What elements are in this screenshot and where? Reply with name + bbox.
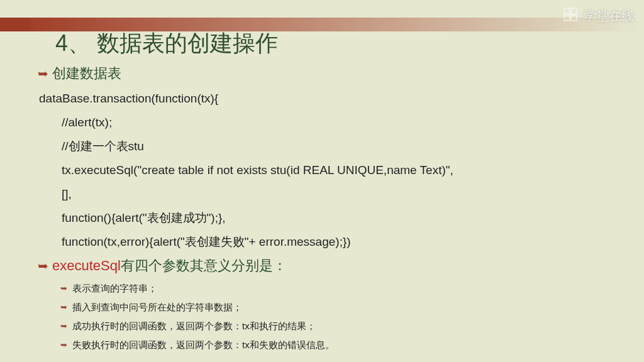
code-line: function(tx,error){alert("表创建失败"+ error.… bbox=[39, 230, 619, 254]
sub-bullet-text: 失败执行时的回调函数，返回两个参数：tx和失败的错误信息。 bbox=[72, 336, 335, 354]
sub-bullet-text: 表示查询的字符串； bbox=[72, 279, 157, 298]
code-line: //创建一个表stu bbox=[39, 134, 619, 158]
sub-bullet-text: 成功执行时的回调函数，返回两个参数：tx和执行的结果； bbox=[72, 317, 316, 336]
watermark-text: 学堂在线 bbox=[584, 8, 634, 25]
bullet-arrow-icon: ➥ bbox=[60, 337, 67, 353]
svg-rect-3 bbox=[571, 15, 577, 21]
sub-bullet: ➥ 失败执行时的回调函数，返回两个参数：tx和失败的错误信息。 bbox=[60, 336, 619, 354]
code-block: dataBase.transaction(function(tx){ //ale… bbox=[39, 87, 619, 254]
code-line: function(){alert("表创建成功");}, bbox=[39, 206, 619, 230]
slide-content: 4、 数据表的创建操作 ➥ 创建数据表 dataBase.transaction… bbox=[38, 28, 619, 354]
bullet-executesql: ➥ executeSql有四个参数其意义分别是： bbox=[38, 256, 619, 275]
svg-rect-1 bbox=[571, 8, 577, 14]
bullet-arrow-icon: ➥ bbox=[60, 318, 67, 334]
slide: 学堂在线 4、 数据表的创建操作 ➥ 创建数据表 dataBase.transa… bbox=[0, 0, 644, 362]
sub-bullet: ➥ 成功执行时的回调函数，返回两个参数：tx和执行的结果； bbox=[60, 317, 619, 336]
bullet-arrow-icon: ➥ bbox=[60, 280, 67, 297]
sub-bullet-text: 插入到查询中问号所在处的字符串数据； bbox=[72, 298, 242, 317]
code-line: [], bbox=[39, 182, 619, 206]
bullet-create-table: ➥ 创建数据表 bbox=[38, 64, 619, 83]
sub-bullet-list: ➥ 表示查询的字符串； ➥ 插入到查询中问号所在处的字符串数据； ➥ 成功执行时… bbox=[60, 279, 619, 354]
code-line: //alert(tx); bbox=[39, 111, 619, 134]
highlight-text: executeSql bbox=[52, 258, 121, 273]
sub-bullet: ➥ 表示查询的字符串； bbox=[60, 279, 619, 298]
code-line: tx.executeSql("create table if not exist… bbox=[39, 158, 619, 182]
bullet-text: 创建数据表 bbox=[52, 64, 121, 83]
bullet-arrow-icon: ➥ bbox=[38, 258, 48, 273]
watermark: 学堂在线 bbox=[562, 6, 634, 26]
watermark-icon bbox=[562, 6, 579, 26]
bullet-text: 有四个参数其意义分别是： bbox=[121, 258, 287, 273]
slide-title: 4、 数据表的创建操作 bbox=[38, 28, 619, 59]
sub-bullet: ➥ 插入到查询中问号所在处的字符串数据； bbox=[60, 298, 619, 317]
svg-rect-2 bbox=[564, 15, 570, 21]
bullet-arrow-icon: ➥ bbox=[38, 66, 48, 81]
bullet-arrow-icon: ➥ bbox=[60, 299, 67, 315]
code-line: dataBase.transaction(function(tx){ bbox=[39, 87, 619, 111]
svg-rect-0 bbox=[564, 8, 570, 14]
